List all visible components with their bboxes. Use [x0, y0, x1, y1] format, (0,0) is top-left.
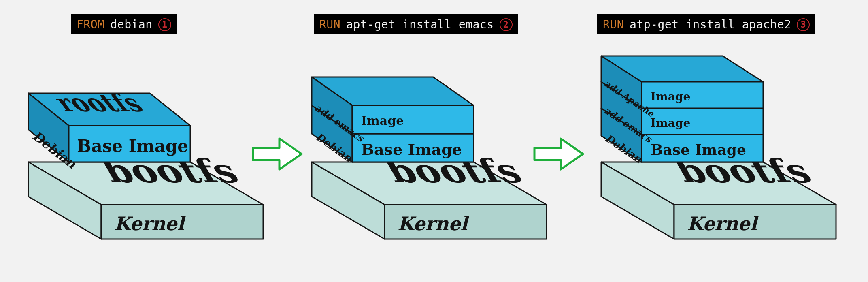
kernel-slab: bootfs Kernel [601, 152, 836, 239]
dockerfile-line-1: FROM debian 1 [71, 14, 177, 34]
step-number-badge: 2 [500, 18, 513, 31]
layer-front-label: Base Image [77, 136, 188, 156]
keyword: RUN [319, 19, 340, 30]
keyword: FROM [77, 19, 104, 30]
cmd-rest: atp-get install apache2 [630, 19, 791, 30]
keyword: RUN [603, 19, 624, 30]
step-number-badge: 3 [797, 18, 810, 31]
dockerfile-line-3: RUN atp-get install apache2 3 [597, 14, 815, 34]
step-number-badge: 1 [158, 18, 171, 31]
layer-box-debian: rootfs Debian Base Image [28, 89, 190, 171]
cmd-rest: apt-get install emacs [346, 19, 494, 30]
kernel-label: Kernel [687, 213, 759, 235]
layers-panel-3: bootfs Kernel Debian Base Image add emac… [585, 53, 852, 280]
kernel-label: Kernel [114, 213, 186, 235]
dockerfile-line-2: RUN apt-get install emacs 2 [314, 14, 518, 34]
layer-front-label: Image [361, 113, 404, 128]
diagram-stage: FROM debian 1 RUN apt-get install emacs … [0, 0, 868, 282]
layer-front-label: Base Image [361, 140, 462, 158]
layer-front-label: Image [651, 116, 690, 130]
layer-front-label: Image [651, 90, 690, 103]
layer-front-label: Base Image [651, 141, 746, 158]
kernel-slab: bootfs Kernel [312, 152, 547, 239]
kernel-label: Kernel [398, 213, 469, 235]
cmd-rest: debian [110, 19, 152, 30]
layers-panel-2: bootfs Kernel Debian Base Image add emac… [296, 53, 563, 280]
layers-panel-1: bootfs Kernel rootfs Debian Base Image [12, 53, 279, 280]
